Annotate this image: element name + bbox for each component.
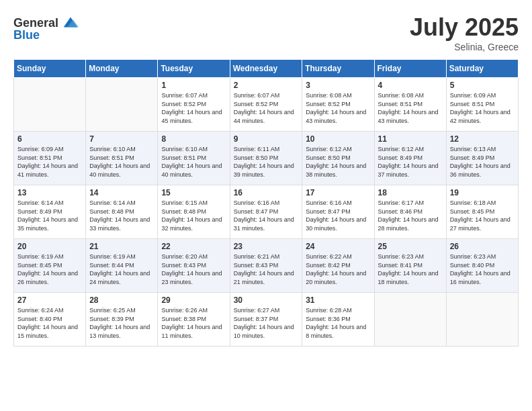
- day-info: Sunrise: 6:26 AM Sunset: 8:38 PM Dayligh…: [161, 306, 226, 340]
- day-number: 3: [306, 81, 370, 90]
- weekday-header: Sunday: [14, 60, 86, 78]
- calendar-day-cell: 5Sunrise: 6:09 AM Sunset: 8:51 PM Daylig…: [446, 78, 518, 132]
- day-number: 30: [234, 295, 299, 305]
- day-number: 16: [234, 188, 299, 197]
- day-info: Sunrise: 6:11 AM Sunset: 8:50 PM Dayligh…: [234, 145, 299, 179]
- day-number: 22: [161, 242, 226, 251]
- day-info: Sunrise: 6:17 AM Sunset: 8:46 PM Dayligh…: [378, 199, 443, 232]
- day-number: 13: [17, 188, 82, 197]
- logo-icon: [61, 13, 80, 32]
- calendar-day-cell: 10Sunrise: 6:12 AM Sunset: 8:50 PM Dayli…: [302, 132, 374, 185]
- calendar-day-cell: 20Sunrise: 6:19 AM Sunset: 8:45 PM Dayli…: [14, 239, 86, 293]
- calendar-day-cell: 8Sunrise: 6:10 AM Sunset: 8:51 PM Daylig…: [158, 132, 230, 185]
- day-info: Sunrise: 6:23 AM Sunset: 8:41 PM Dayligh…: [378, 253, 443, 286]
- calendar-day-cell: 11Sunrise: 6:12 AM Sunset: 8:49 PM Dayli…: [374, 132, 446, 185]
- day-info: Sunrise: 6:10 AM Sunset: 8:51 PM Dayligh…: [161, 145, 226, 179]
- calendar-day-cell: 23Sunrise: 6:21 AM Sunset: 8:43 PM Dayli…: [230, 239, 302, 293]
- day-info: Sunrise: 6:22 AM Sunset: 8:42 PM Dayligh…: [306, 253, 370, 286]
- calendar-day-cell: [374, 293, 446, 347]
- calendar-day-cell: [86, 78, 158, 132]
- calendar-day-cell: 28Sunrise: 6:25 AM Sunset: 8:39 PM Dayli…: [86, 293, 158, 347]
- day-number: 2: [234, 81, 299, 90]
- title-block: July 2025 Selinia, Greece: [410, 13, 519, 52]
- day-info: Sunrise: 6:19 AM Sunset: 8:45 PM Dayligh…: [17, 253, 82, 286]
- day-number: 18: [378, 188, 443, 197]
- day-info: Sunrise: 6:12 AM Sunset: 8:49 PM Dayligh…: [378, 145, 443, 179]
- calendar-day-cell: 31Sunrise: 6:28 AM Sunset: 8:36 PM Dayli…: [302, 293, 374, 347]
- calendar-day-cell: 29Sunrise: 6:26 AM Sunset: 8:38 PM Dayli…: [158, 293, 230, 347]
- calendar-day-cell: 18Sunrise: 6:17 AM Sunset: 8:46 PM Dayli…: [374, 185, 446, 239]
- page-header: General Blue July 2025 Selinia, Greece: [13, 13, 519, 52]
- calendar-day-cell: 2Sunrise: 6:07 AM Sunset: 8:52 PM Daylig…: [230, 78, 302, 132]
- day-info: Sunrise: 6:25 AM Sunset: 8:39 PM Dayligh…: [89, 306, 154, 340]
- calendar-day-cell: [446, 293, 518, 347]
- calendar-day-cell: 30Sunrise: 6:27 AM Sunset: 8:37 PM Dayli…: [230, 293, 302, 347]
- day-number: 7: [89, 134, 154, 144]
- weekday-header: Saturday: [446, 60, 518, 78]
- day-number: 14: [89, 188, 154, 197]
- day-info: Sunrise: 6:07 AM Sunset: 8:52 PM Dayligh…: [234, 91, 299, 125]
- day-number: 28: [89, 295, 154, 305]
- day-info: Sunrise: 6:15 AM Sunset: 8:48 PM Dayligh…: [161, 199, 226, 232]
- day-number: 31: [306, 295, 370, 305]
- calendar-day-cell: 17Sunrise: 6:16 AM Sunset: 8:47 PM Dayli…: [302, 185, 374, 239]
- calendar-location: Selinia, Greece: [410, 42, 519, 52]
- day-info: Sunrise: 6:14 AM Sunset: 8:48 PM Dayligh…: [89, 199, 154, 232]
- calendar-day-cell: 13Sunrise: 6:14 AM Sunset: 8:49 PM Dayli…: [14, 185, 86, 239]
- day-number: 12: [450, 134, 515, 144]
- day-info: Sunrise: 6:09 AM Sunset: 8:51 PM Dayligh…: [17, 145, 82, 179]
- calendar-day-cell: 3Sunrise: 6:08 AM Sunset: 8:52 PM Daylig…: [302, 78, 374, 132]
- weekday-header: Friday: [374, 60, 446, 78]
- day-number: 23: [234, 242, 299, 251]
- day-info: Sunrise: 6:16 AM Sunset: 8:47 PM Dayligh…: [234, 199, 299, 232]
- calendar-table: SundayMondayTuesdayWednesdayThursdayFrid…: [13, 59, 519, 347]
- day-info: Sunrise: 6:24 AM Sunset: 8:40 PM Dayligh…: [17, 306, 82, 340]
- day-number: 8: [161, 134, 226, 144]
- day-info: Sunrise: 6:27 AM Sunset: 8:37 PM Dayligh…: [234, 306, 299, 340]
- logo: General Blue: [13, 13, 80, 42]
- day-number: 1: [161, 81, 226, 90]
- calendar-day-cell: [14, 78, 86, 132]
- day-number: 10: [306, 134, 370, 144]
- day-number: 25: [378, 242, 443, 251]
- calendar-day-cell: 22Sunrise: 6:20 AM Sunset: 8:43 PM Dayli…: [158, 239, 230, 293]
- weekday-header: Tuesday: [158, 60, 230, 78]
- day-info: Sunrise: 6:16 AM Sunset: 8:47 PM Dayligh…: [306, 199, 370, 232]
- weekday-header: Wednesday: [230, 60, 302, 78]
- day-number: 20: [17, 242, 82, 251]
- calendar-day-cell: 7Sunrise: 6:10 AM Sunset: 8:51 PM Daylig…: [86, 132, 158, 185]
- day-info: Sunrise: 6:10 AM Sunset: 8:51 PM Dayligh…: [89, 145, 154, 179]
- calendar-day-cell: 26Sunrise: 6:23 AM Sunset: 8:40 PM Dayli…: [446, 239, 518, 293]
- weekday-header: Thursday: [302, 60, 374, 78]
- day-info: Sunrise: 6:28 AM Sunset: 8:36 PM Dayligh…: [306, 306, 370, 340]
- calendar-day-cell: 25Sunrise: 6:23 AM Sunset: 8:41 PM Dayli…: [374, 239, 446, 293]
- day-info: Sunrise: 6:08 AM Sunset: 8:51 PM Dayligh…: [378, 91, 443, 125]
- day-info: Sunrise: 6:19 AM Sunset: 8:44 PM Dayligh…: [89, 253, 154, 286]
- calendar-day-cell: 24Sunrise: 6:22 AM Sunset: 8:42 PM Dayli…: [302, 239, 374, 293]
- day-number: 27: [17, 295, 82, 305]
- day-number: 19: [450, 188, 515, 197]
- day-number: 6: [17, 134, 82, 144]
- calendar-day-cell: 27Sunrise: 6:24 AM Sunset: 8:40 PM Dayli…: [14, 293, 86, 347]
- day-number: 17: [306, 188, 370, 197]
- calendar-week-row: 6Sunrise: 6:09 AM Sunset: 8:51 PM Daylig…: [14, 132, 519, 185]
- day-number: 11: [378, 134, 443, 144]
- calendar-day-cell: 9Sunrise: 6:11 AM Sunset: 8:50 PM Daylig…: [230, 132, 302, 185]
- calendar-day-cell: 6Sunrise: 6:09 AM Sunset: 8:51 PM Daylig…: [14, 132, 86, 185]
- day-number: 15: [161, 188, 226, 197]
- calendar-day-cell: 12Sunrise: 6:13 AM Sunset: 8:49 PM Dayli…: [446, 132, 518, 185]
- day-info: Sunrise: 6:23 AM Sunset: 8:40 PM Dayligh…: [450, 253, 515, 286]
- calendar-week-row: 13Sunrise: 6:14 AM Sunset: 8:49 PM Dayli…: [14, 185, 519, 239]
- calendar-week-row: 1Sunrise: 6:07 AM Sunset: 8:52 PM Daylig…: [14, 78, 519, 132]
- day-info: Sunrise: 6:07 AM Sunset: 8:52 PM Dayligh…: [161, 91, 226, 125]
- calendar-day-cell: 4Sunrise: 6:08 AM Sunset: 8:51 PM Daylig…: [374, 78, 446, 132]
- calendar-day-cell: 15Sunrise: 6:15 AM Sunset: 8:48 PM Dayli…: [158, 185, 230, 239]
- calendar-day-cell: 21Sunrise: 6:19 AM Sunset: 8:44 PM Dayli…: [86, 239, 158, 293]
- weekday-header-row: SundayMondayTuesdayWednesdayThursdayFrid…: [14, 60, 519, 78]
- day-number: 26: [450, 242, 515, 251]
- day-info: Sunrise: 6:21 AM Sunset: 8:43 PM Dayligh…: [234, 253, 299, 286]
- calendar-day-cell: 1Sunrise: 6:07 AM Sunset: 8:52 PM Daylig…: [158, 78, 230, 132]
- day-number: 9: [234, 134, 299, 144]
- calendar-week-row: 20Sunrise: 6:19 AM Sunset: 8:45 PM Dayli…: [14, 239, 519, 293]
- calendar-day-cell: 19Sunrise: 6:18 AM Sunset: 8:45 PM Dayli…: [446, 185, 518, 239]
